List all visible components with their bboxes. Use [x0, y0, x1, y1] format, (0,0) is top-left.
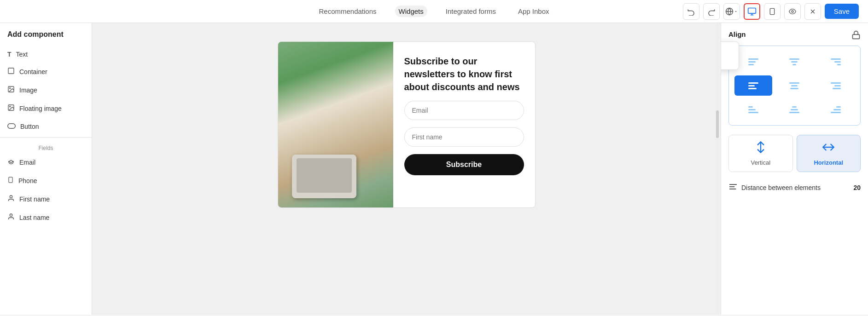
widget-content: Subscribe to our newsletters to know fir…: [393, 42, 535, 207]
widget-image: [278, 42, 393, 207]
widget-image-bg: [278, 42, 393, 207]
widget-heading: Subscribe to our newsletters to know fir…: [404, 55, 524, 93]
align-line: [748, 58, 758, 60]
align-line: [748, 82, 758, 84]
text-icon: T: [7, 51, 12, 58]
align-line: [789, 58, 799, 60]
align-line: [789, 112, 799, 113]
sidebar-item-image[interactable]: Image: [0, 81, 92, 99]
align-line: [748, 109, 756, 110]
horizontal-direction-button[interactable]: Horizontal: [797, 135, 861, 172]
align-lines-br: [831, 106, 841, 113]
sidebar-item-phone[interactable]: Phone: [0, 172, 92, 190]
distance-label: Distance between elements: [741, 184, 821, 191]
align-line: [792, 64, 796, 65]
distance-row: Distance between elements 20: [728, 179, 861, 195]
specify-language-link[interactable]: + Specify the default language: [721, 48, 731, 63]
image-icon: [7, 86, 15, 95]
align-line: [833, 88, 841, 89]
align-line: [748, 64, 754, 65]
sidebar-item-floating-image-label: Floating image: [19, 105, 62, 112]
vertical-label: Vertical: [751, 159, 770, 166]
floating-image-icon: [7, 104, 15, 113]
nav-app-inbox[interactable]: App Inbox: [514, 6, 553, 17]
save-button[interactable]: Save: [825, 4, 859, 19]
undo-button[interactable]: [683, 3, 699, 20]
align-line: [834, 85, 841, 86]
nav-integrated-forms[interactable]: Integrated forms: [442, 6, 500, 17]
distance-icon: [728, 183, 738, 192]
align-line: [833, 109, 841, 110]
align-top-left[interactable]: [734, 52, 772, 72]
vertical-direction-button[interactable]: Vertical: [728, 135, 793, 172]
phone-icon: [7, 176, 14, 185]
align-mid-center[interactable]: [776, 75, 814, 96]
nav-widgets[interactable]: Widgets: [395, 6, 427, 17]
sidebar-item-text[interactable]: T Text: [0, 46, 92, 63]
scrollbar-thumb[interactable]: [716, 110, 719, 138]
email-input[interactable]: [404, 101, 524, 120]
preview-button[interactable]: [784, 3, 801, 20]
sidebar-item-container[interactable]: Container: [0, 63, 92, 81]
align-lines-bc: [789, 106, 799, 113]
widget-preview: Subscribe to our newsletters to know fir…: [278, 41, 536, 208]
sidebar-title: Add component: [0, 30, 92, 46]
top-nav: Recommendations Widgets Integrated forms…: [0, 0, 868, 23]
align-line: [834, 61, 841, 63]
align-line: [831, 112, 841, 113]
align-lines-bl: [748, 106, 758, 113]
align-line: [748, 61, 756, 63]
align-lines-mr: [831, 82, 841, 89]
alignment-grid: [728, 46, 861, 126]
sidebar-item-floating-image[interactable]: Floating image: [0, 99, 92, 118]
align-mid-left[interactable]: [734, 75, 772, 96]
horizontal-icon: [822, 141, 835, 156]
redo-button[interactable]: [703, 3, 720, 20]
align-top-center[interactable]: [776, 52, 814, 72]
sidebar-item-firstname[interactable]: First name: [0, 190, 92, 208]
align-mid-right[interactable]: [817, 75, 855, 96]
align-bot-left[interactable]: [734, 99, 772, 120]
email-icon: [7, 158, 15, 167]
close-button[interactable]: [804, 3, 821, 20]
tooltip-popup: + Specify the default language: [721, 41, 739, 70]
lock-icon[interactable]: [851, 30, 861, 42]
lastname-icon: [7, 213, 15, 222]
scrollbar-track: [716, 23, 719, 315]
align-bot-center[interactable]: [776, 99, 814, 120]
align-line: [831, 82, 841, 84]
align-lines-ml: [748, 82, 758, 89]
vertical-icon: [754, 141, 767, 156]
sidebar-item-email[interactable]: Email: [0, 153, 92, 172]
firstname-input[interactable]: [404, 127, 524, 147]
button-icon: [7, 122, 16, 131]
align-line: [748, 112, 758, 113]
nav-recommendations[interactable]: Recommendations: [315, 6, 380, 17]
align-line: [791, 109, 798, 110]
mobile-view-button[interactable]: [764, 3, 781, 20]
left-sidebar: Add component T Text Container Image Flo…: [0, 23, 92, 315]
svg-rect-15: [8, 124, 16, 129]
language-button[interactable]: [723, 3, 740, 20]
align-line: [790, 88, 798, 89]
svg-rect-17: [9, 177, 12, 183]
sidebar-item-lastname[interactable]: Last name: [0, 208, 92, 227]
container-icon: [7, 67, 15, 76]
sidebar-item-phone-label: Phone: [18, 177, 37, 184]
distance-label-group: Distance between elements: [728, 183, 821, 192]
align-lines-tl: [748, 58, 758, 65]
firstname-icon: [7, 195, 15, 204]
svg-rect-21: [853, 34, 860, 39]
svg-point-16: [10, 160, 12, 162]
svg-point-19: [10, 195, 12, 198]
svg-rect-10: [8, 68, 14, 74]
align-top-right[interactable]: [817, 52, 855, 72]
svg-rect-2: [748, 8, 756, 13]
align-line: [748, 85, 755, 86]
desktop-view-button[interactable]: [744, 3, 760, 20]
svg-point-14: [10, 106, 11, 107]
subscribe-button[interactable]: Subscribe: [404, 154, 524, 175]
align-bot-right[interactable]: [817, 99, 855, 120]
sidebar-item-button[interactable]: Button: [0, 118, 92, 135]
align-line: [792, 106, 797, 108]
